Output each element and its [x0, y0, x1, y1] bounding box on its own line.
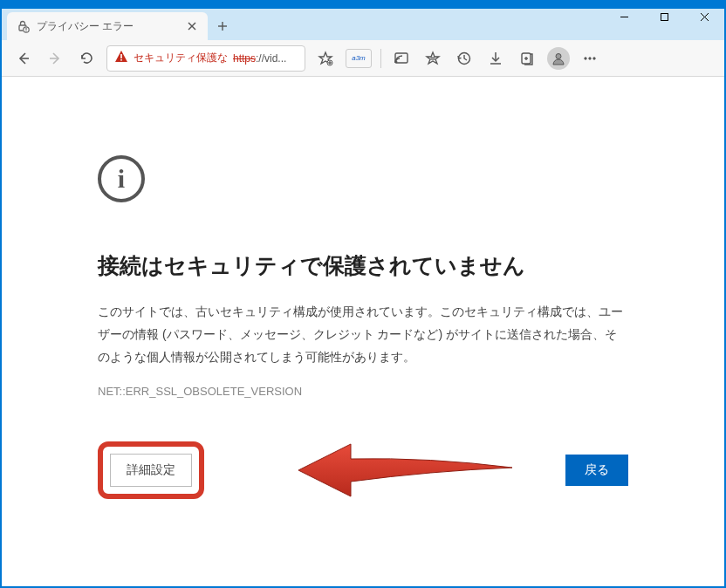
address-bar[interactable]: セキュリティ保護な https://vid... [106, 45, 305, 72]
error-code: NET::ERR_SSL_OBSOLETE_VERSION [98, 385, 628, 398]
downloads-icon[interactable] [481, 44, 510, 73]
reload-button[interactable] [72, 44, 101, 73]
lock-warning-icon [16, 19, 30, 33]
collections-icon[interactable] [512, 44, 542, 73]
svg-point-32 [589, 57, 591, 58]
svg-point-8 [25, 31, 26, 31]
address-warning-text: セキュリティ保護な [134, 51, 228, 65]
history-icon[interactable] [449, 44, 479, 73]
address-url-text: https://vid... [233, 52, 286, 65]
back-nav-button[interactable] [9, 44, 38, 73]
svg-point-33 [593, 57, 595, 58]
menu-button[interactable] [575, 44, 605, 73]
maximize-button[interactable] [644, 3, 684, 30]
minimize-button[interactable] [604, 3, 644, 30]
toolbar: セキュリティ保護な https://vid... a3m [2, 40, 724, 77]
svg-point-30 [556, 53, 561, 58]
page-description: このサイトでは、古いセキュリティ構成が使用されています。このセキュリティ構成では… [98, 301, 628, 369]
tab-title: プライバシー エラー [37, 19, 178, 34]
cast-icon[interactable] [387, 44, 416, 73]
svg-rect-15 [120, 54, 122, 58]
forward-nav-button [40, 44, 70, 73]
svg-point-21 [395, 61, 397, 63]
go-back-button[interactable]: 戻る [565, 455, 628, 486]
page-content: i 接続はセキュリティで保護されていません このサイトでは、古いセキュリティ構成… [2, 77, 724, 499]
info-icon: i [98, 155, 145, 202]
favorites-list-icon[interactable] [418, 44, 448, 73]
security-warning-icon [114, 50, 128, 66]
close-window-button[interactable] [684, 3, 724, 30]
annotation-highlight: 詳細設定 [98, 441, 204, 499]
svg-rect-1 [661, 13, 668, 20]
advanced-settings-button[interactable]: 詳細設定 [110, 454, 192, 487]
toolbar-separator [380, 49, 381, 68]
page-heading: 接続はセキュリティで保護されていません [98, 251, 628, 280]
annotation-arrow-icon [298, 440, 517, 501]
tab-privacy-error[interactable]: プライバシー エラー [7, 12, 208, 40]
svg-point-31 [585, 57, 586, 58]
button-row: 詳細設定 戻る [98, 441, 628, 499]
extension-icon[interactable]: a3m [346, 49, 372, 68]
window-controls [604, 3, 724, 30]
favorite-button[interactable] [311, 44, 340, 73]
tab-close-button[interactable] [185, 19, 199, 33]
new-tab-button[interactable] [208, 12, 237, 40]
profile-avatar[interactable] [544, 44, 573, 73]
svg-rect-16 [120, 59, 122, 61]
